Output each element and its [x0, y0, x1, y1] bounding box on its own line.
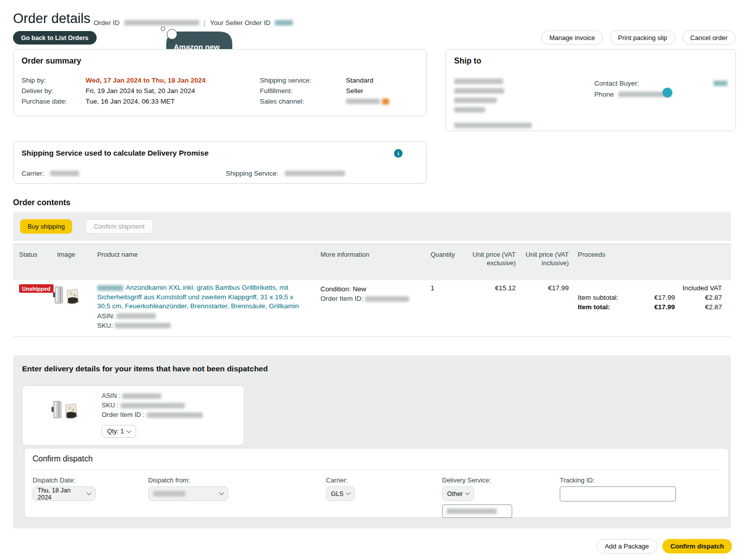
ship-to-address-redacted — [454, 79, 532, 128]
order-contents-title: Order contents — [13, 198, 71, 207]
asin-line: ASIN: — [97, 311, 299, 321]
sales-channel-label: Sales channel: — [260, 98, 346, 105]
info-icon[interactable]: i — [394, 149, 403, 158]
order-item-id-label: Order Item ID : — [102, 411, 145, 418]
dispatch-date-select[interactable]: Thu, 18 Jan 2024 — [33, 486, 96, 501]
bubble-circle-icon — [161, 27, 165, 31]
shipping-service-label: Shipping service: — [260, 77, 346, 84]
delivery-details-panel: Enter delivery details for your items th… — [13, 355, 731, 528]
order-id-redacted — [124, 20, 199, 26]
address-line-redacted — [454, 98, 497, 103]
shipping-service-value: Standard — [346, 77, 374, 84]
order-item-id-redacted — [365, 296, 409, 302]
more-information-cell: Condition: New Order Item ID: — [320, 284, 409, 303]
print-packing-slip-button[interactable]: Print packing slip — [610, 31, 675, 45]
separator: | — [204, 19, 206, 27]
delivery-service-value: Other — [447, 490, 463, 497]
shipping-promise-title: Shipping Service used to calculate Deliv… — [22, 149, 208, 157]
included-vat-label: Included VAT — [659, 284, 722, 292]
sku-redacted — [121, 403, 185, 408]
bubble-circle-icon — [167, 29, 177, 40]
shipping-service-label: Shipping Service: — [226, 170, 278, 177]
confirm-dispatch-button[interactable]: Confirm dispatch — [662, 539, 732, 553]
asin-line: ASIN : — [102, 392, 203, 399]
sku-line: SKU : — [102, 401, 203, 409]
dispatch-item-meta: ASIN : SKU : Order Item ID : — [102, 392, 203, 418]
ship-by-label: Ship by: — [22, 77, 86, 84]
order-details-page: Order details Order ID | Your Seller Ord… — [0, 0, 744, 560]
order-id-line: Order ID | Your Seller Order ID — [94, 19, 293, 27]
col-more-information: More information — [320, 250, 369, 259]
asin-redacted — [117, 313, 156, 319]
footer-actions: Add a Package Confirm dispatch — [596, 539, 732, 553]
sku-line: SKU: — [97, 321, 299, 330]
page-title: Order details — [13, 11, 91, 27]
other-delivery-service-input[interactable] — [442, 504, 512, 518]
dispatch-date-value: Thu, 18 Jan 2024 — [38, 487, 84, 501]
qty-select[interactable]: Qty: 1 — [102, 425, 136, 438]
asin-label: ASIN : — [102, 392, 121, 399]
dispatch-item-card: ASIN : SKU : Order Item ID : Qty: 1 — [22, 385, 244, 445]
manage-invoice-button[interactable]: Manage invoice — [541, 31, 603, 45]
unit-price-excl-value: €15.12 — [470, 284, 516, 292]
asin-redacted — [122, 393, 161, 399]
item-subtotal-vat-value: €2.87 — [681, 294, 722, 301]
ship-to-card: Ship to Contact Buyer: Phone — [446, 49, 736, 131]
fulfillment-value: Seller — [346, 87, 363, 95]
item-total-vat-value: €2.87 — [681, 303, 722, 311]
dispatch-from-select[interactable] — [148, 486, 228, 501]
dispatch-from-redacted — [153, 491, 185, 496]
qty-value: Qty: 1 — [107, 428, 124, 435]
shipping-promise-card: Shipping Service used to calculate Deliv… — [13, 141, 427, 184]
confirm-shipment-button[interactable]: Confirm shipment — [85, 219, 153, 234]
phone-action-icon[interactable] — [662, 88, 672, 98]
deliver-by-label: Deliver by: — [22, 87, 86, 95]
carrier-value-redacted — [50, 171, 79, 176]
other-delivery-service-redacted — [447, 508, 497, 514]
shipping-service-row: Shipping Service: — [226, 169, 345, 178]
buy-shipping-button[interactable]: Buy shipping — [20, 219, 72, 234]
tracking-id-input[interactable] — [560, 486, 676, 501]
dispatch-date-label: Dispatch Date: — [33, 476, 75, 484]
confirm-dispatch-card: Confirm dispatch Dispatch Date: Thu, 18 … — [24, 448, 729, 518]
product-link[interactable]: Anzündkamin XXL inkl. gratis Bambus Gril… — [97, 284, 299, 310]
unit-price-incl-value: €17.99 — [522, 284, 569, 292]
col-unit-price-excl: Unit price (VAT exclusive) — [470, 250, 516, 267]
order-summary-title: Order summary — [22, 57, 81, 66]
item-total-value: €17.99 — [634, 303, 675, 311]
deliver-by-value: Fri, 19 Jan 2024 to Sat, 20 Jan 2024 — [86, 87, 195, 95]
cancel-order-button[interactable]: Cancel order — [682, 31, 735, 45]
order-item-row: Unshipped Anzündkamin XXL inkl. gratis B… — [13, 280, 731, 337]
fulfillment-label: Fulfillment: — [260, 87, 346, 95]
contact-buyer-label: Contact Buyer: — [594, 80, 639, 87]
col-status: Status — [19, 250, 38, 259]
sku-label: SKU : — [102, 401, 119, 409]
order-contents-toolbar: Buy shipping Confirm shipment — [13, 212, 731, 241]
item-total-label: Item total: — [578, 303, 610, 311]
carrier-label: Carrier: — [326, 476, 347, 484]
seller-order-id-redacted — [275, 20, 293, 26]
col-unit-price-incl: Unit price (VAT inclusive) — [522, 250, 569, 267]
ship-to-title: Ship to — [454, 57, 481, 66]
go-back-button[interactable]: Go back to List Orders — [13, 31, 97, 45]
dispatch-from-label: Dispatch from: — [148, 476, 190, 484]
shipping-service-value-redacted — [285, 171, 345, 176]
asin-label: ASIN: — [97, 312, 115, 320]
order-items-table-header: Status Image Product name More informati… — [13, 244, 731, 280]
purchase-date-label: Purchase date: — [22, 98, 86, 105]
condition-text: Condition: New — [320, 284, 409, 294]
sales-channel-redacted — [346, 99, 380, 104]
col-image: Image — [57, 250, 75, 259]
address-line-redacted — [454, 79, 503, 84]
order-item-id-redacted — [147, 412, 203, 418]
chevron-down-icon — [87, 490, 92, 495]
carrier-row: Carrier: — [22, 169, 79, 178]
chevron-down-icon — [346, 490, 350, 495]
delivery-service-select[interactable]: Other — [442, 486, 474, 501]
product-name-text: Anzündkamin XXL inkl. gratis Bambus Gril… — [97, 284, 299, 310]
add-package-button[interactable]: Add a Package — [596, 539, 657, 553]
carrier-select[interactable]: GLS — [326, 486, 355, 501]
confirm-dispatch-title: Confirm dispatch — [33, 454, 93, 463]
chevron-down-icon — [466, 490, 470, 495]
contact-buyer-link-redacted[interactable] — [713, 81, 727, 86]
